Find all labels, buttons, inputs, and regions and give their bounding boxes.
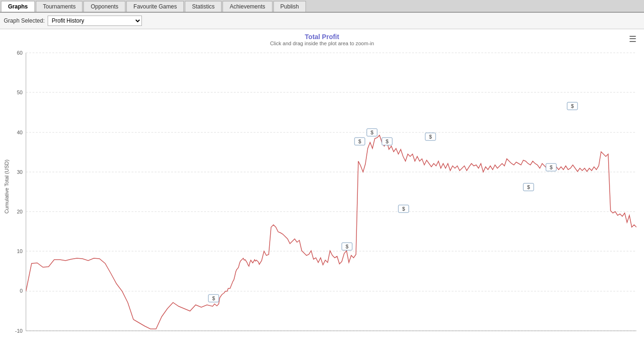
svg-text:$: $ <box>550 164 553 170</box>
flag-10: $ <box>567 102 578 110</box>
hamburger-icon[interactable]: ☰ <box>629 34 636 44</box>
flag-4: $ <box>367 129 377 136</box>
svg-text:$: $ <box>346 244 348 249</box>
svg-text:40: 40 <box>17 130 23 135</box>
graph-selector-label: Graph Selected: <box>4 17 45 24</box>
flag-1: $ <box>208 295 219 302</box>
flag-3: $ <box>355 138 365 145</box>
svg-text:10: 10 <box>17 248 23 254</box>
flag-6: $ <box>398 205 409 213</box>
y-axis-label: Cumulative Total (USD) <box>4 160 9 214</box>
tab-publish[interactable]: Publish <box>273 1 306 12</box>
svg-text:$: $ <box>371 130 373 135</box>
svg-text:$: $ <box>386 139 388 144</box>
chart-subtitle: Click and drag inside the plot area to z… <box>0 41 644 46</box>
tab-opponents[interactable]: Opponents <box>83 1 125 12</box>
flag-9: $ <box>546 164 556 171</box>
svg-text:$: $ <box>212 295 215 301</box>
svg-text:$: $ <box>571 103 574 109</box>
flag-2: $ <box>342 243 352 250</box>
tab-favourite-games[interactable]: Favourite Games <box>126 1 184 12</box>
chart-container: Total Profit Click and drag inside the p… <box>0 29 644 344</box>
tab-statistics[interactable]: Statistics <box>185 1 222 12</box>
svg-text:$: $ <box>402 206 405 212</box>
svg-rect-0 <box>26 53 636 331</box>
svg-text:$: $ <box>429 134 432 139</box>
tab-achievements[interactable]: Achievements <box>223 1 272 12</box>
tab-tournaments[interactable]: Tournaments <box>36 1 83 12</box>
svg-text:$: $ <box>527 184 530 190</box>
tab-bar: Graphs Tournaments Opponents Favourite G… <box>0 0 644 13</box>
svg-text:30: 30 <box>17 169 23 175</box>
tab-graphs[interactable]: Graphs <box>1 1 35 12</box>
profit-line <box>26 135 636 329</box>
svg-text:20: 20 <box>17 209 23 214</box>
flag-8: $ <box>523 183 534 191</box>
svg-text:-10: -10 <box>15 328 23 334</box>
flag-5: $ <box>382 138 392 145</box>
selector-row: Graph Selected: Profit History Win Rate … <box>0 13 644 29</box>
chart-svg[interactable]: 60 50 40 30 20 10 0 -10 $ $ $ <box>0 48 644 344</box>
flag-7: $ <box>425 133 436 140</box>
svg-text:60: 60 <box>17 50 23 56</box>
svg-text:0: 0 <box>20 288 23 294</box>
svg-text:$: $ <box>358 139 361 144</box>
svg-text:50: 50 <box>17 90 23 95</box>
graph-select-dropdown[interactable]: Profit History Win Rate Session Length <box>48 16 142 26</box>
chart-title: Total Profit <box>0 29 644 41</box>
